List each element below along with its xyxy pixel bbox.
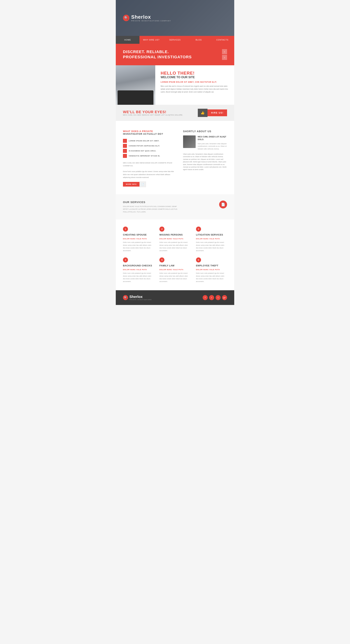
service-card-3: 3 LITIGATION SERVICES DOLOR NUNC VULE PU…: [196, 226, 227, 252]
service-tagline-1: DOLOR NUNC VULE PUTA: [123, 238, 154, 240]
service-name-5: FAMILY LAW: [159, 264, 190, 267]
brand-name: Sherlox: [131, 14, 151, 20]
brand-tagline: PRIVATE INVESTIGATIONS COMPANY: [131, 20, 171, 22]
more-info-button[interactable]: MORE INFO 📄: [123, 182, 146, 187]
nav-item-blog[interactable]: BLOG: [187, 36, 211, 44]
service-card-5: 5 FAMILY LAW DOLOR NUNC VULE PUTA Dolor …: [159, 258, 190, 283]
service-text-5: Dolor nunc vule putateulr iga dui ronect…: [159, 272, 190, 283]
google-plus-icon[interactable]: g+: [222, 295, 227, 300]
rss-icon[interactable]: r: [209, 295, 214, 300]
service-name-3: LITIGATION SERVICES: [196, 234, 227, 236]
hello-title: HELLO THERE!: [161, 71, 229, 76]
services-doc-button[interactable]: 📄: [219, 200, 227, 208]
service-card-2: 2 MISSING PERSONS DOLOR NUNC VULE PUTA D…: [159, 226, 190, 252]
logo-icon: 🔍: [123, 15, 129, 21]
twitter-icon[interactable]: t: [216, 295, 221, 300]
more-info-doc-icon: 📄: [139, 182, 146, 187]
service-card-1: 1 CHEATING SPOUSE DOLOR NUNC VULE PUTA D…: [123, 226, 154, 252]
footer-logo-text-block: Sherlox PRIVATE INVESTIGATIONS: [129, 295, 152, 300]
logo-area: 🔍 Sherlox PRIVATE INVESTIGATIONS COMPANY: [123, 14, 171, 22]
service-name-1: CHEATING SPOUSE: [123, 234, 154, 236]
footer-brand-name: Sherlox: [129, 295, 152, 299]
cta-title: WE'LL BE YOUR EYES!: [123, 110, 183, 114]
service-number-6: 6: [196, 258, 201, 262]
banner-arrows: ‹ ›: [222, 49, 227, 60]
cta-section: WE'LL BE YOUR EYES! MES CUML DIA SED INE…: [116, 105, 234, 121]
services-title: OUR SERVICES: [123, 200, 180, 204]
list-item: › LOREM IPSUM DOLOR SIT AMET.: [123, 139, 176, 143]
service-name-2: MISSING PERSONS: [159, 234, 190, 236]
service-card-4: 4 BACKGROUND CHECKS DOLOR NUNC VULE PUTA…: [123, 258, 154, 283]
about-right-title: MES CUML DISED LOT ALIIQT DOLO.: [198, 136, 227, 141]
footer-brand-tagline: PRIVATE INVESTIGATIONS: [129, 299, 152, 300]
list-item-text-2: CONSECTETUR ADIPISCING ELIT.: [129, 145, 160, 147]
nav-item-why[interactable]: WHY HIRE US?: [139, 36, 163, 44]
services-header: OUR SERVICES DOLOR NUNC VULE PUTATEULR I…: [116, 194, 234, 220]
service-text-3: Dolor nunc vule putateulr iga dui ronect…: [196, 241, 227, 252]
nav-item-services[interactable]: SERVICES: [163, 36, 187, 44]
list-item-text-4: VENENATIS IMPERDIET ETIAM IN.: [129, 155, 160, 157]
about-section: HELLO THERE! WELCOME TO OUR SITE LOREM I…: [116, 65, 234, 105]
list-arrow-icon: ›: [123, 144, 127, 148]
list-item: › IN EUISMOD EST QUIS ARCU.: [123, 149, 176, 153]
about-us-title: SHORTLY ABOUT US: [183, 130, 227, 133]
list-arrow-icon: ›: [123, 154, 127, 158]
right-column: SHORTLY ABOUT US MES CUML DISED LOT ALII…: [183, 130, 227, 187]
list-item: › VENENATIS IMPERDIET ETIAM IN.: [123, 154, 176, 158]
cta-text: WE'LL BE YOUR EYES! MES CUML DIA SED INE…: [123, 110, 183, 116]
service-tagline-2: DOLOR NUNC VULE PUTA: [159, 238, 190, 240]
service-number-2: 2: [159, 226, 164, 232]
pi-description: MES CUML DIA SED INENIASINGE DOLOR COMME…: [123, 162, 176, 179]
service-number-4: 4: [123, 258, 128, 262]
hire-button[interactable]: 👍 HIRE US!: [198, 109, 227, 117]
about-image: [116, 65, 155, 105]
about-content: HELLO THERE! WELCOME TO OUR SITE LOREM I…: [155, 65, 234, 105]
next-arrow[interactable]: ›: [222, 55, 227, 60]
services-desc: DOLOR NUNC VULE PUTATEULR IPS DOL CONSEM…: [123, 205, 180, 213]
pi-list: › LOREM IPSUM DOLOR SIT AMET. › CONSECTE…: [123, 139, 176, 158]
about-card: MES CUML DISED LOT ALIIQT DOLO. Nam just…: [183, 136, 227, 150]
nav-item-home[interactable]: HOME: [116, 36, 139, 44]
cta-subtitle: MES CUML DIA SED INENIAS CET INGER LOT A…: [123, 114, 183, 116]
nav-item-contacts[interactable]: CONTACTS: [211, 36, 234, 44]
service-number-1: 1: [123, 226, 128, 232]
footer-logo: 🔍 Sherlox PRIVATE INVESTIGATIONS: [123, 295, 152, 300]
prev-arrow[interactable]: ‹: [222, 49, 227, 54]
services-title-area: OUR SERVICES DOLOR NUNC VULE PUTATEULR I…: [123, 200, 180, 213]
service-card-6: 6 EMPLOYEE THEFT DOLOR NUNC VULE PUTA Do…: [196, 258, 227, 283]
hero-section: 🔍 Sherlox PRIVATE INVESTIGATIONS COMPANY: [116, 0, 234, 36]
more-info-label: MORE INFO: [123, 182, 139, 186]
hero-line1: DISCREET. RELIABLE.: [123, 49, 192, 54]
service-text-4: Dolor nunc vule putateulr iga dui ronect…: [123, 272, 154, 283]
navigation: HOME WHY HIRE US? SERVICES BLOG CONTACTS: [116, 36, 234, 44]
service-tagline-6: DOLOR NUNC VULE PUTA: [196, 269, 227, 270]
services-grid: 1 CHEATING SPOUSE DOLOR NUNC VULE PUTA D…: [116, 220, 234, 290]
service-text-2: Dolor nunc vule putateulr iga dui ronect…: [159, 241, 190, 252]
hero-line2: PROFESSIONAL INVESTIGATORS: [123, 54, 192, 60]
hire-button-label: HIRE US!: [207, 110, 227, 116]
pi-title-red: WHAT DOES A PRIVATE: [123, 130, 176, 132]
about-card-text: MES CUML DISED LOT ALIIQT DOLO. Nam just…: [198, 136, 227, 150]
service-name-4: BACKGROUND CHECKS: [123, 264, 154, 267]
about-right-text2: Vitam justo ante, henanterm vitae aliqua…: [183, 153, 227, 171]
footer: 🔍 Sherlox PRIVATE INVESTIGATIONS f r t g…: [116, 290, 234, 305]
service-number-5: 5: [159, 258, 164, 262]
list-item: › CONSECTETUR ADIPISCING ELIT.: [123, 144, 176, 148]
footer-social: f r t g+: [203, 295, 227, 300]
main-content: WHAT DOES A PRIVATE INVESTIGATOR ACTUALL…: [116, 121, 234, 194]
list-arrow-icon: ›: [123, 139, 127, 143]
facebook-icon[interactable]: f: [203, 295, 208, 300]
left-column: WHAT DOES A PRIVATE INVESTIGATOR ACTUALL…: [123, 130, 176, 187]
about-tagline: LOREM IPSUM DOLOR SIT AMET, CON SECTETUR…: [161, 81, 229, 83]
service-name-6: EMPLOYEE THEFT: [196, 264, 227, 267]
about-photo: [183, 136, 196, 148]
list-item-text-3: IN EUISMOD EST QUIS ARCU.: [129, 150, 156, 152]
welcome-sub: WELCOME TO OUR SITE: [161, 76, 229, 79]
hero-banner: DISCREET. RELIABLE. PROFESSIONAL INVESTI…: [116, 44, 234, 65]
hero-banner-text: DISCREET. RELIABLE. PROFESSIONAL INVESTI…: [123, 49, 192, 60]
pi-title-dark: INVESTIGATOR ACTUALLY DO?: [123, 132, 176, 135]
about-text: Mes cuml dia sed in rincus of eniocet lo…: [161, 85, 229, 94]
service-tagline-5: DOLOR NUNC VULE PUTA: [159, 269, 190, 270]
list-arrow-icon: ›: [123, 149, 127, 153]
service-tagline-3: DOLOR NUNC VULE PUTA: [196, 238, 227, 240]
